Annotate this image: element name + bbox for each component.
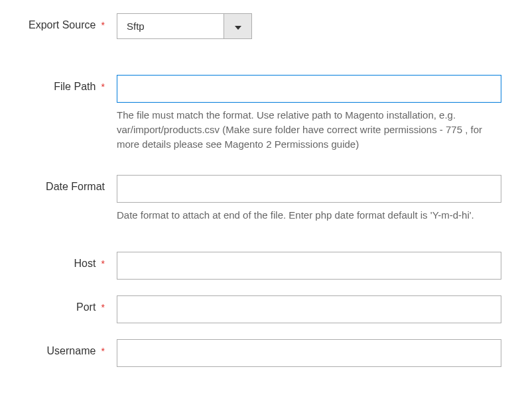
required-mark: * — [101, 346, 105, 356]
port-label: Port — [76, 301, 96, 313]
file-path-label: File Path — [54, 81, 96, 92]
required-mark: * — [101, 81, 105, 92]
label-col: Username * — [12, 339, 117, 357]
input-col — [117, 295, 501, 323]
dropdown-trigger[interactable] — [224, 14, 251, 38]
file-path-input[interactable] — [117, 75, 501, 103]
field-row-username: Username * — [12, 339, 504, 367]
date-format-label: Date Format — [46, 181, 105, 192]
file-path-helper: The file must match the format. Use rela… — [117, 108, 501, 151]
input-col: Date format to attach at end of the file… — [117, 175, 501, 223]
date-format-helper: Date format to attach at end of the file… — [117, 208, 501, 223]
field-row-file-path: File Path * The file must match the form… — [12, 75, 504, 151]
export-source-value: Sftp — [117, 14, 224, 38]
label-col: Date Format — [12, 175, 117, 193]
host-label: Host — [74, 258, 96, 269]
label-col: File Path * — [12, 75, 117, 93]
export-source-select[interactable]: Sftp — [117, 13, 252, 39]
required-mark: * — [101, 258, 105, 269]
date-format-input[interactable] — [117, 175, 501, 203]
input-col: Sftp — [117, 13, 501, 39]
required-mark: * — [101, 20, 105, 30]
field-row-host: Host * — [12, 252, 504, 280]
input-col: The file must match the format. Use rela… — [117, 75, 501, 151]
username-label: Username — [47, 345, 96, 356]
export-source-label: Export Source — [29, 19, 96, 30]
chevron-down-icon — [235, 21, 241, 32]
field-row-export-source: Export Source * Sftp — [12, 13, 504, 39]
label-col: Port * — [12, 295, 117, 313]
field-row-port: Port * — [12, 295, 504, 323]
label-col: Host * — [12, 252, 117, 270]
required-mark: * — [101, 302, 105, 313]
field-row-date-format: Date Format Date format to attach at end… — [12, 175, 504, 223]
input-col — [117, 252, 501, 280]
port-input[interactable] — [117, 295, 501, 323]
label-col: Export Source * — [12, 13, 117, 31]
input-col — [117, 339, 501, 367]
username-input[interactable] — [117, 339, 501, 367]
host-input[interactable] — [117, 252, 501, 280]
